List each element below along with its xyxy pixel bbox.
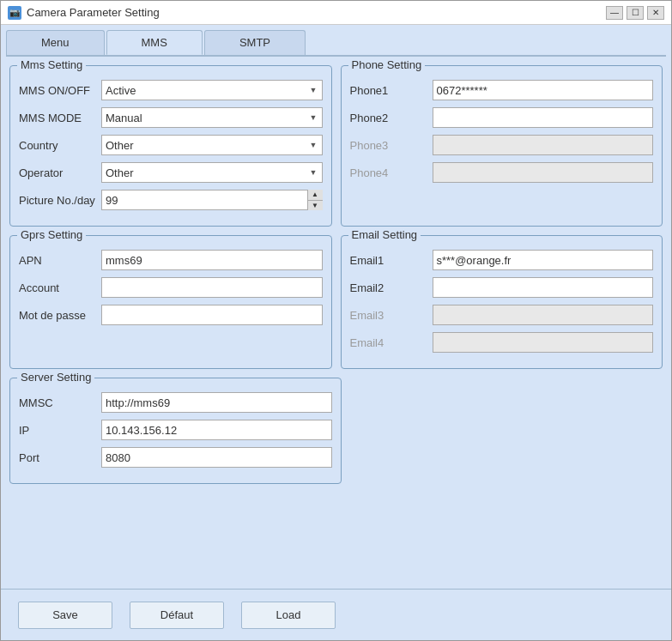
phone-panel-title: Phone Setting xyxy=(348,58,426,71)
phone3-input xyxy=(433,135,654,155)
gprs-account-input[interactable] xyxy=(101,277,323,298)
mms-country-row: Country Other France Germany xyxy=(19,135,323,155)
server-ip-input[interactable] xyxy=(101,420,332,440)
phone4-input xyxy=(433,162,654,183)
email3-input xyxy=(433,305,654,325)
mms-pic-label: Picture No./day xyxy=(19,194,96,207)
server-port-label: Port xyxy=(19,451,96,464)
mms-mode-label: MMS MODE xyxy=(19,112,96,124)
mms-pic-spinner-wrapper: ▲ ▼ xyxy=(101,190,323,210)
mms-pic-row: Picture No./day ▲ ▼ xyxy=(19,190,323,210)
gprs-account-row: Account xyxy=(19,277,323,298)
server-port-input[interactable] xyxy=(101,447,332,468)
server-mmsc-label: MMSC xyxy=(19,396,96,409)
email2-label: Email2 xyxy=(350,281,427,294)
title-bar: 📷 Camera Parameter Setting — ☐ ✕ xyxy=(1,1,671,25)
phone1-row: Phone1 xyxy=(350,80,654,100)
phone1-label: Phone1 xyxy=(350,84,427,97)
mms-pic-up-button[interactable]: ▲ xyxy=(308,190,323,201)
email2-row: Email2 xyxy=(350,277,654,298)
email4-label: Email4 xyxy=(350,336,427,349)
gprs-panel-title: Gprs Setting xyxy=(17,228,86,241)
gprs-account-label: Account xyxy=(19,281,96,294)
email-panel-title: Email Setting xyxy=(348,228,421,241)
default-button[interactable]: Défaut xyxy=(130,602,224,629)
mms-operator-label: Operator xyxy=(19,166,96,179)
main-content: Mms Setting MMS ON/OFF Active Inactive M… xyxy=(1,57,671,589)
window-title: Camera Parameter Setting xyxy=(27,6,160,19)
mms-setting-panel: Mms Setting MMS ON/OFF Active Inactive M… xyxy=(9,65,332,227)
email2-input[interactable] xyxy=(433,277,654,298)
minimize-button[interactable]: — xyxy=(606,6,623,20)
email1-label: Email1 xyxy=(350,254,427,267)
gprs-motdepasse-input[interactable] xyxy=(101,305,323,325)
phone4-row: Phone4 xyxy=(350,162,654,183)
server-mmsc-input[interactable] xyxy=(101,392,332,413)
mms-country-select-wrapper: Other France Germany xyxy=(101,135,323,155)
mms-pic-input[interactable] xyxy=(101,190,323,210)
bottom-section: Server Setting MMSC IP Port xyxy=(9,378,663,484)
mms-pic-down-button[interactable]: ▼ xyxy=(308,201,323,211)
gprs-setting-panel: Gprs Setting APN Account Mot de passe xyxy=(9,235,332,369)
mms-country-label: Country xyxy=(19,139,96,152)
main-window: 📷 Camera Parameter Setting — ☐ ✕ Menu MM… xyxy=(0,0,672,641)
mms-on-off-select-wrapper: Active Inactive xyxy=(101,80,323,100)
email1-input[interactable] xyxy=(433,250,654,270)
server-panel-title: Server Setting xyxy=(17,371,94,384)
mms-operator-select-wrapper: Other Orange SFR xyxy=(101,162,323,183)
email4-row: Email4 xyxy=(350,332,654,353)
gprs-apn-row: APN xyxy=(19,250,323,270)
email3-label: Email3 xyxy=(350,309,427,322)
gprs-motdepasse-label: Mot de passe xyxy=(19,309,96,322)
tab-smtp[interactable]: SMTP xyxy=(204,30,306,55)
server-ip-label: IP xyxy=(19,424,96,437)
email3-row: Email3 xyxy=(350,305,654,325)
phone2-label: Phone2 xyxy=(350,112,427,124)
save-button[interactable]: Save xyxy=(18,602,112,629)
phone2-input[interactable] xyxy=(433,107,654,128)
email-setting-panel: Email Setting Email1 Email2 Email3 Email… xyxy=(341,235,663,369)
mms-on-off-select[interactable]: Active Inactive xyxy=(101,80,323,100)
tab-mms[interactable]: MMS xyxy=(106,30,203,55)
gprs-apn-input[interactable] xyxy=(101,250,323,270)
mms-mode-row: MMS MODE Manual Auto xyxy=(19,107,323,128)
top-section: Mms Setting MMS ON/OFF Active Inactive M… xyxy=(9,65,663,227)
middle-section: Gprs Setting APN Account Mot de passe Em… xyxy=(9,235,663,369)
mms-mode-select[interactable]: Manual Auto xyxy=(101,107,323,128)
email4-input xyxy=(433,332,654,353)
server-right-spacer xyxy=(350,378,663,484)
mms-country-select[interactable]: Other France Germany xyxy=(101,135,323,155)
mms-on-off-row: MMS ON/OFF Active Inactive xyxy=(19,80,323,100)
mms-pic-spinner-buttons: ▲ ▼ xyxy=(307,190,323,210)
phone3-label: Phone3 xyxy=(350,139,427,152)
tab-bar: Menu MMS SMTP xyxy=(1,25,671,55)
mms-operator-row: Operator Other Orange SFR xyxy=(19,162,323,183)
load-button[interactable]: Load xyxy=(241,602,336,629)
phone4-label: Phone4 xyxy=(350,166,427,179)
server-setting-panel: Server Setting MMSC IP Port xyxy=(9,378,342,484)
mms-mode-select-wrapper: Manual Auto xyxy=(101,107,323,128)
email1-row: Email1 xyxy=(350,250,654,270)
mms-on-off-label: MMS ON/OFF xyxy=(19,84,96,97)
phone3-row: Phone3 xyxy=(350,135,654,155)
phone2-row: Phone2 xyxy=(350,107,654,128)
server-ip-row: IP xyxy=(19,420,332,440)
server-mmsc-row: MMSC xyxy=(19,392,332,413)
phone-setting-panel: Phone Setting Phone1 Phone2 Phone3 Phone… xyxy=(341,65,663,227)
maximize-button[interactable]: ☐ xyxy=(627,6,644,20)
title-bar-left: 📷 Camera Parameter Setting xyxy=(8,6,160,20)
gprs-apn-label: APN xyxy=(19,254,96,267)
footer: Save Défaut Load xyxy=(1,589,671,640)
tab-menu[interactable]: Menu xyxy=(6,30,105,55)
phone1-input[interactable] xyxy=(433,80,654,100)
server-port-row: Port xyxy=(19,447,332,468)
gprs-motdepasse-row: Mot de passe xyxy=(19,305,323,325)
app-icon: 📷 xyxy=(8,6,21,20)
close-button[interactable]: ✕ xyxy=(647,6,664,20)
mms-operator-select[interactable]: Other Orange SFR xyxy=(101,162,323,183)
window-controls: — ☐ ✕ xyxy=(606,6,664,20)
mms-panel-title: Mms Setting xyxy=(17,58,86,71)
